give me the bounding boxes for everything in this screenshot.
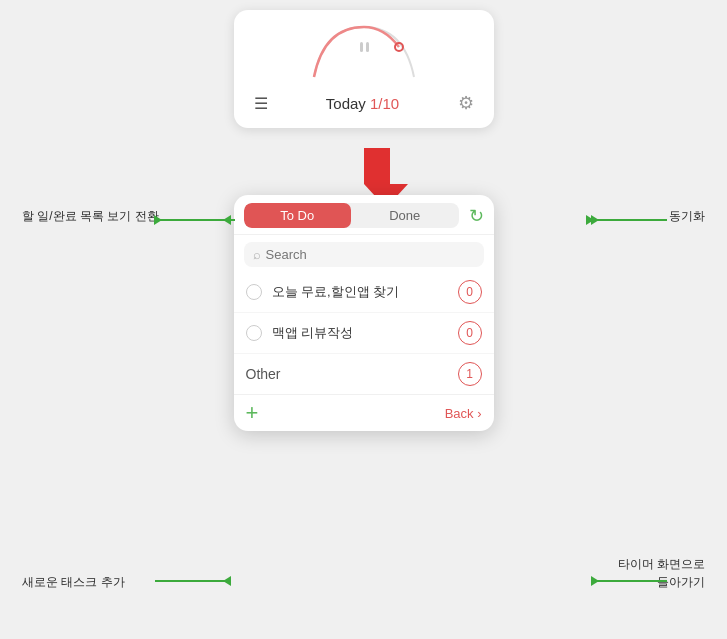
- task-list: 오늘 무료,할인앱 찾기 0 맥앱 리뷰작성 0 Other 1: [234, 272, 494, 394]
- task-checkbox[interactable]: [246, 284, 262, 300]
- popup-card: To Do Done ↻ ⌕ 오늘 무료,할인앱 찾기 0 맥앱 리뷰작성 0 …: [234, 195, 494, 431]
- tab-bar: To Do Done ↻: [234, 195, 494, 235]
- gear-icon[interactable]: ⚙: [458, 92, 474, 114]
- annotation-todo-toggle: 할 일/완료 목록 보기 전환: [22, 207, 159, 225]
- annotation-back: 타이머 화면으로 돌아가기: [618, 555, 705, 591]
- arrow-add-task-line: [155, 580, 230, 582]
- annotation-sync: 동기화: [669, 207, 705, 225]
- annotation-add-task: 새로운 태스크 추가: [22, 573, 125, 591]
- task-item[interactable]: 맥앱 리뷰작성 0: [234, 313, 494, 354]
- search-bar: ⌕: [244, 242, 484, 267]
- sync-icon[interactable]: ↻: [469, 205, 484, 227]
- search-icon: ⌕: [253, 247, 261, 262]
- other-label: Other: [246, 366, 458, 382]
- arrow-sync-line: [592, 219, 667, 221]
- tab-done[interactable]: Done: [351, 203, 459, 228]
- popup-pointer: [354, 195, 374, 196]
- add-task-button[interactable]: +: [246, 402, 259, 424]
- other-badge: 1: [458, 362, 482, 386]
- task-label: 맥앱 리뷰작성: [272, 324, 458, 342]
- task-badge: 0: [458, 321, 482, 345]
- arrow-back-line: [592, 580, 667, 582]
- svg-rect-1: [366, 42, 369, 52]
- arrow-todo-line: [155, 219, 230, 221]
- widget-arc-chart: [304, 22, 424, 82]
- search-input[interactable]: [266, 247, 475, 262]
- hamburger-icon: ☰: [254, 94, 268, 113]
- task-badge: 0: [458, 280, 482, 304]
- task-checkbox[interactable]: [246, 325, 262, 341]
- task-label: 오늘 무료,할인앱 찾기: [272, 283, 458, 301]
- back-button[interactable]: Back ›: [445, 406, 482, 421]
- other-item[interactable]: Other 1: [234, 354, 494, 394]
- top-widget: ☰ Today 1/10 ⚙: [234, 10, 494, 128]
- popup-footer: + Back ›: [234, 394, 494, 431]
- tab-group: To Do Done: [244, 203, 459, 228]
- svg-rect-0: [360, 42, 363, 52]
- tab-todo[interactable]: To Do: [244, 203, 352, 228]
- widget-title: Today 1/10: [326, 95, 399, 112]
- task-item[interactable]: 오늘 무료,할인앱 찾기 0: [234, 272, 494, 313]
